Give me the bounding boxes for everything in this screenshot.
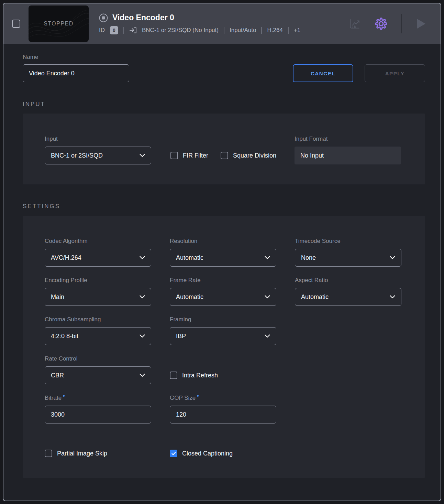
framing-label: Framing bbox=[170, 316, 276, 323]
gop-size-field: GOP Size bbox=[170, 395, 276, 423]
meta-mode: Input/Auto bbox=[230, 27, 256, 34]
grid-spacer bbox=[295, 316, 401, 345]
checkbox-box bbox=[170, 152, 178, 159]
intra-refresh-checkbox[interactable]: Intra Refresh bbox=[170, 372, 218, 379]
divider bbox=[288, 27, 289, 34]
rate-control-label: Rate Control bbox=[45, 355, 151, 362]
input-format-label: Input Format bbox=[295, 136, 401, 142]
input-field: Input BNC-1 or 2SI/SQD bbox=[45, 136, 151, 164]
intra-refresh-label: Intra Refresh bbox=[182, 372, 218, 379]
input-source-icon bbox=[129, 26, 137, 34]
input-section-title: INPUT bbox=[23, 101, 425, 108]
name-input[interactable] bbox=[23, 64, 129, 82]
required-indicator bbox=[63, 395, 65, 397]
frame-rate-field: Frame Rate Automatic bbox=[170, 277, 276, 306]
encoder-form: Name CANCEL APPLY INPUT Input BNC-1 or 2… bbox=[3, 44, 441, 478]
settings-section-panel: Codec Algorithm AVC/H.264 Resolution Aut… bbox=[23, 216, 425, 478]
chevron-down-icon bbox=[265, 295, 270, 299]
bitrate-input[interactable] bbox=[45, 406, 151, 423]
chevron-down-icon bbox=[140, 154, 145, 157]
form-actions: CANCEL APPLY bbox=[293, 64, 425, 82]
frame-rate-select[interactable]: Automatic bbox=[170, 288, 276, 306]
meta-codec: H.264 bbox=[267, 27, 282, 34]
codec-algorithm-label: Codec Algorithm bbox=[45, 238, 151, 245]
play-icon[interactable] bbox=[416, 18, 426, 29]
id-label: ID bbox=[99, 27, 105, 34]
cancel-button[interactable]: CANCEL bbox=[293, 64, 353, 82]
input-checkboxes: FIR Filter Square Division bbox=[170, 147, 276, 164]
meta-row: ID 0 BNC-1 or 2SI/SQD (No Input) Input/A… bbox=[99, 26, 348, 34]
name-field-group: Name bbox=[23, 54, 129, 82]
chevron-down-icon bbox=[390, 295, 395, 299]
encoding-profile-label: Encoding Profile bbox=[45, 277, 151, 284]
aspect-ratio-field: Aspect Ratio Automatic bbox=[295, 277, 401, 306]
chroma-subsampling-value: 4:2:0 8-bit bbox=[51, 333, 78, 340]
rate-control-value: CBR bbox=[51, 372, 64, 379]
intra-refresh-wrap: Intra Refresh bbox=[170, 366, 276, 384]
apply-button[interactable]: APPLY bbox=[365, 64, 425, 82]
aspect-ratio-select[interactable]: Automatic bbox=[295, 288, 401, 306]
settings-gear-icon[interactable] bbox=[375, 17, 388, 30]
partial-image-skip-checkbox[interactable]: Partial Image Skip bbox=[45, 450, 151, 457]
meta-more-badge[interactable]: +1 bbox=[294, 27, 300, 34]
rate-control-select[interactable]: CBR bbox=[45, 366, 151, 384]
header-actions bbox=[348, 14, 426, 33]
codec-algorithm-field: Codec Algorithm AVC/H.264 bbox=[45, 238, 151, 267]
check-icon bbox=[171, 452, 176, 455]
square-division-checkbox[interactable]: Square Division bbox=[221, 152, 276, 159]
encoding-profile-field: Encoding Profile Main bbox=[45, 277, 151, 306]
checkbox-box bbox=[170, 372, 177, 379]
name-label: Name bbox=[23, 54, 129, 61]
gop-size-label: GOP Size bbox=[170, 395, 276, 401]
timecode-source-field: Timecode Source None bbox=[295, 238, 401, 267]
chevron-down-icon bbox=[140, 295, 145, 299]
chevron-down-icon bbox=[140, 256, 145, 259]
chevron-down-icon bbox=[265, 256, 270, 259]
grid-spacer bbox=[295, 395, 401, 423]
chevron-down-icon bbox=[140, 334, 145, 338]
framing-value: IBP bbox=[176, 333, 186, 340]
rate-control-field: Rate Control CBR bbox=[45, 355, 151, 384]
codec-algorithm-value: AVC/H.264 bbox=[51, 254, 81, 261]
required-indicator bbox=[197, 395, 199, 397]
stats-chart-icon[interactable] bbox=[348, 18, 361, 30]
input-format-field: Input Format No Input bbox=[295, 136, 401, 164]
fir-filter-checkbox[interactable]: FIR Filter bbox=[170, 152, 208, 159]
resolution-select[interactable]: Automatic bbox=[170, 249, 276, 267]
checkbox-box bbox=[45, 450, 52, 457]
chevron-down-icon bbox=[265, 334, 270, 338]
bitrate-field: Bitrate bbox=[45, 395, 151, 423]
encoding-profile-select[interactable]: Main bbox=[45, 288, 151, 306]
bottom-checkboxes: Partial Image Skip Closed Captioning bbox=[45, 450, 425, 457]
codec-algorithm-select[interactable]: AVC/H.264 bbox=[45, 249, 151, 267]
timecode-source-select[interactable]: None bbox=[295, 249, 401, 267]
bitrate-label: Bitrate bbox=[45, 395, 151, 401]
resolution-label: Resolution bbox=[170, 238, 276, 245]
encoder-card: STOPPED Video Encoder 0 ID 0 BNC-1 o bbox=[3, 3, 441, 501]
divider bbox=[224, 27, 224, 34]
title-block: Video Encoder 0 ID 0 BNC-1 or 2SI/SQD (N… bbox=[99, 13, 348, 34]
gop-size-input[interactable] bbox=[170, 406, 276, 423]
input-section-panel: Input BNC-1 or 2SI/SQD FIR Filter bbox=[23, 114, 425, 184]
aspect-ratio-label: Aspect Ratio bbox=[295, 277, 401, 284]
framing-select[interactable]: IBP bbox=[170, 327, 276, 345]
page-title: Video Encoder 0 bbox=[112, 13, 174, 22]
input-select[interactable]: BNC-1 or 2SI/SQD bbox=[45, 147, 151, 164]
closed-captioning-label: Closed Captioning bbox=[182, 450, 233, 457]
status-badge: STOPPED bbox=[44, 21, 74, 27]
timecode-source-label: Timecode Source bbox=[295, 238, 401, 245]
stop-circle-icon bbox=[99, 13, 108, 22]
input-label: Input bbox=[45, 136, 151, 142]
input-select-value: BNC-1 or 2SI/SQD bbox=[51, 152, 103, 159]
chevron-down-icon bbox=[140, 374, 145, 377]
resolution-field: Resolution Automatic bbox=[170, 238, 276, 267]
settings-section-title: SETTINGS bbox=[23, 203, 425, 210]
closed-captioning-checkbox[interactable]: Closed Captioning bbox=[170, 450, 276, 457]
select-encoder-checkbox[interactable] bbox=[12, 20, 20, 28]
chroma-subsampling-select[interactable]: 4:2:0 8-bit bbox=[45, 327, 151, 345]
timecode-source-value: None bbox=[301, 254, 316, 261]
framing-field: Framing IBP bbox=[170, 316, 276, 345]
checkbox-box bbox=[221, 152, 228, 159]
chroma-subsampling-label: Chroma Subsampling bbox=[45, 316, 151, 323]
frame-rate-value: Automatic bbox=[176, 293, 203, 301]
